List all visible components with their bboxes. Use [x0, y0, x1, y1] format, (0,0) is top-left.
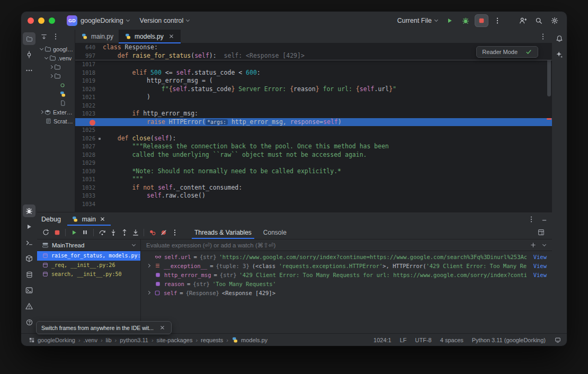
breadcrumb-item[interactable]: googleDorking [26, 336, 77, 344]
reader-mode-popup[interactable]: Reader Mode [476, 46, 538, 58]
variable-row[interactable]: http_error_msg = {str} '429 Client Error… [141, 270, 552, 279]
chevron-down-icon[interactable] [40, 47, 43, 50]
gutter[interactable]: 1023 [75, 110, 103, 118]
tree-item[interactable]: googleDorking [37, 44, 75, 54]
editor-tab-main-py[interactable]: main.py [75, 30, 119, 43]
gutter[interactable]: 1034 [75, 200, 103, 209]
code-line[interactable]: 1027 """Releases the connection back to … [75, 143, 552, 151]
hide-debug-panel-icon[interactable] [540, 216, 548, 223]
vcs-widget[interactable]: Version control [137, 15, 193, 26]
view-breakpoints-button[interactable] [147, 227, 158, 238]
status-item[interactable]: 1024:1 [373, 337, 391, 343]
view-link[interactable]: View [533, 254, 547, 260]
pause-button[interactable] [79, 227, 91, 238]
step-out-button[interactable] [119, 227, 130, 238]
gutter[interactable]: 997 [75, 52, 103, 60]
tab-threads-variables[interactable]: Threads & Variables [189, 226, 257, 239]
panel-options-icon[interactable] [52, 33, 59, 40]
stop-button[interactable] [475, 14, 488, 27]
run-to-cursor-button[interactable] [130, 227, 141, 238]
hide-panel-icon[interactable] [40, 33, 48, 40]
gutter[interactable]: 1021 [75, 93, 103, 102]
view-link[interactable]: View [533, 272, 547, 278]
resume-button[interactable] [68, 227, 79, 238]
variable-row[interactable]: self.url = {str} 'https://www.google.com… [141, 252, 552, 261]
chevron-down-icon[interactable] [542, 243, 546, 246]
ai-assistant-button[interactable] [553, 48, 566, 61]
project-selector[interactable]: GD googleDorking [64, 14, 132, 28]
code-line[interactable]: 1021 ) [75, 93, 552, 102]
terminal-button[interactable] [23, 284, 35, 297]
code-line[interactable]: 1032 if not self._content_consumed: [75, 184, 552, 192]
close-icon[interactable] [168, 33, 175, 40]
database-button[interactable] [23, 268, 35, 281]
gutter[interactable]: 1027 [75, 143, 103, 151]
problems-button[interactable] [23, 300, 35, 313]
settings-gear-icon[interactable] [548, 14, 562, 27]
gutter[interactable]: 1025 [75, 126, 103, 135]
tree-item[interactable] [37, 72, 75, 81]
step-over-button[interactable] [96, 227, 108, 238]
learn-button[interactable] [23, 316, 35, 328]
status-item[interactable]: UTF-8 [415, 337, 432, 343]
view-link[interactable]: View [533, 263, 547, 269]
gutter[interactable]: 1019 [75, 77, 103, 85]
editor-scrollbar[interactable] [546, 43, 552, 212]
gutter[interactable]: 1026 [75, 135, 103, 143]
stripe-mark-breakpoint[interactable] [547, 118, 551, 120]
close-icon[interactable] [99, 216, 106, 223]
gutter[interactable]: 1032 [75, 184, 103, 192]
debug-options-icon[interactable] [528, 216, 535, 223]
frame-row[interactable]: search, __init__.py:50 [37, 270, 140, 279]
breakpoint-icon[interactable] [90, 120, 95, 126]
status-item[interactable]: Python 3.11 (googleDorking) [472, 337, 546, 343]
tree-item[interactable] [37, 99, 75, 108]
gutter[interactable]: 1017 [75, 60, 103, 69]
chevron-right-icon[interactable] [147, 291, 150, 295]
tree-item[interactable] [37, 63, 75, 72]
tree-item[interactable]: Scratches and Consoles [37, 117, 75, 126]
gutter[interactable]: 1020 [75, 85, 103, 94]
code-editor[interactable]: 640class Response:997 def raise_for_stat… [75, 43, 552, 212]
code-line[interactable]: 1025 [75, 126, 552, 135]
more-debug-options-button[interactable] [169, 227, 180, 238]
code-with-me-icon[interactable] [516, 14, 530, 27]
status-item[interactable]: LF [400, 337, 407, 343]
chevron-right-icon[interactable] [40, 110, 43, 114]
variable-row[interactable]: __exception__ = {tuple: 3} (<class 'requ… [141, 261, 552, 270]
tab-options-icon[interactable] [539, 33, 547, 40]
code-line[interactable]: 1022 [75, 102, 552, 110]
frame-row[interactable]: _req, __init__.py:26 [37, 261, 140, 270]
code-line[interactable]: 1031 """ [75, 175, 552, 184]
evaluate-expression-input[interactable]: Evaluate expression (⏎) or add a watch (… [141, 239, 552, 251]
step-into-button[interactable] [108, 227, 119, 238]
gutter[interactable]: 1030 [75, 167, 103, 176]
stop-button[interactable] [51, 227, 63, 238]
tree-item[interactable] [37, 81, 75, 90]
notifications-button[interactable] [553, 32, 566, 45]
debug-session-tab[interactable]: main [67, 212, 111, 226]
gutter[interactable]: 1018 [75, 69, 103, 77]
tree-item[interactable]: External Libraries [37, 108, 75, 117]
code-line[interactable]: 1020 f"{self.status_code} Server Error: … [75, 85, 552, 94]
maximize-window-button[interactable] [49, 17, 55, 24]
close-window-button[interactable] [28, 17, 34, 24]
editor-tab-models-py[interactable]: models.py [119, 30, 181, 43]
ide-indicator-icon[interactable] [554, 336, 562, 344]
commit-button[interactable] [23, 48, 35, 61]
code-line[interactable]: 1033 self.raw.close() [75, 192, 552, 200]
code-line[interactable]: 1017 [75, 60, 552, 69]
code-line[interactable]: 1028 called the underlying ``raw`` objec… [75, 151, 552, 159]
search-everywhere-icon[interactable] [532, 14, 546, 27]
chevron-down-icon[interactable] [44, 56, 48, 59]
breadcrumb-item[interactable]: requests [199, 336, 225, 344]
code-line[interactable]: 1030 *Note: Should not normally need to … [75, 167, 552, 176]
run-button[interactable] [443, 14, 457, 27]
project-button[interactable] [23, 32, 35, 45]
thread-selector[interactable]: MainThread [37, 239, 140, 251]
code-line[interactable]: raise HTTPError(*args: http_error_msg, r… [75, 118, 552, 127]
python-packages-button[interactable] [23, 252, 35, 265]
breadcrumb-item[interactable]: python3.11 [118, 336, 150, 344]
breadcrumb-item[interactable]: models.py [230, 336, 269, 344]
gutter[interactable]: 1029 [75, 159, 103, 167]
